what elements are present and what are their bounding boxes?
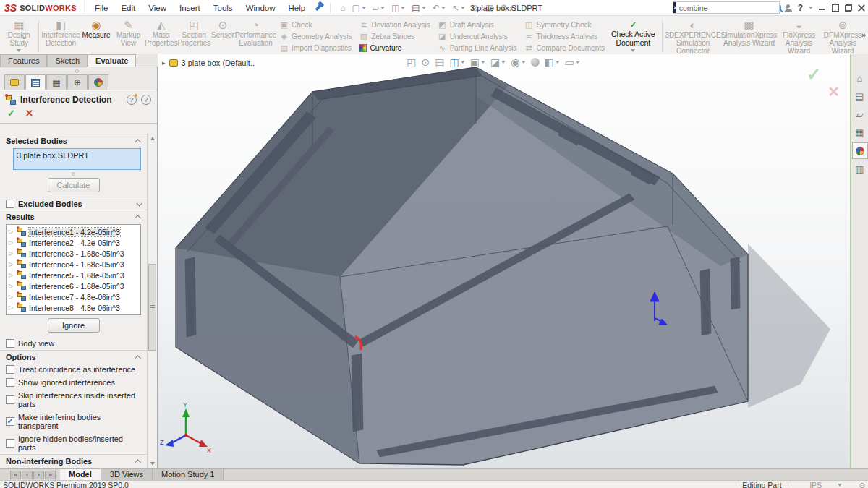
menu-window[interactable]: Window xyxy=(240,0,281,16)
expand-arrow-icon[interactable]: ▷ xyxy=(9,250,14,257)
ribbon-overflow-button[interactable]: » xyxy=(861,30,866,39)
view-orientation-button[interactable]: ▣ xyxy=(470,56,485,68)
custom-properties-button[interactable]: ▥ xyxy=(852,160,868,177)
units-selector[interactable]: IPS xyxy=(794,481,838,488)
apply-scene-button[interactable]: ◧ xyxy=(544,56,559,68)
expand-chevron-icon[interactable] xyxy=(136,200,142,206)
appearances-scenes-button[interactable] xyxy=(852,142,868,159)
tab-features[interactable]: Features xyxy=(0,54,47,67)
section-properties-button[interactable]: ◰ SectionProperties xyxy=(177,17,210,54)
option-row[interactable]: Show ignored interferences xyxy=(0,376,147,389)
result-row[interactable]: ▷Interference1 - 4.2e-05in^3 xyxy=(7,226,140,237)
dropdown-caret-icon[interactable] xyxy=(556,61,560,64)
dropdown-caret-icon[interactable] xyxy=(521,61,525,64)
previous-tab-button[interactable]: ‹ xyxy=(22,471,33,479)
body-view-checkbox[interactable] xyxy=(6,339,14,348)
tree-expand-icon[interactable]: ▸ xyxy=(162,59,166,67)
options-header[interactable]: Options xyxy=(0,350,147,363)
tab-evaluate[interactable]: Evaluate xyxy=(88,54,136,67)
ignore-hidden-checkbox[interactable] xyxy=(6,439,14,448)
design-library-button[interactable]: ▤ xyxy=(852,88,868,105)
list-resize-handle[interactable] xyxy=(72,172,75,176)
next-tab-button[interactable]: › xyxy=(33,471,44,479)
help-button[interactable]: ? xyxy=(798,3,803,13)
expand-arrow-icon[interactable]: ▷ xyxy=(9,272,14,278)
markup-view-button[interactable]: ✎ MarkupView xyxy=(112,17,145,54)
sensor-button[interactable]: ⊙ Sensor xyxy=(210,17,235,54)
result-row[interactable]: ▷Interference3 - 1.68e-05in^3 xyxy=(7,248,140,259)
expand-arrow-icon[interactable]: ▷ xyxy=(9,283,14,289)
panel-scrollbar[interactable] xyxy=(147,134,157,468)
search-icon[interactable] xyxy=(780,5,781,11)
last-tab-button[interactable]: » xyxy=(45,471,56,479)
home-button[interactable]: ⌂ xyxy=(338,3,347,13)
result-row[interactable]: ▷Interference2 - 4.2e-05in^3 xyxy=(7,237,140,248)
confirm-accept-button[interactable]: ✓ xyxy=(807,64,821,85)
symmetry-check-button[interactable]: ◫Symmetry Check xyxy=(524,20,604,30)
dropdown-caret-icon[interactable] xyxy=(461,61,465,64)
simulationxpress-button[interactable]: ▩ SimulationXpressAnalysis Wizard xyxy=(721,17,778,54)
accept-button[interactable]: ✓ xyxy=(7,108,15,119)
excluded-bodies-checkbox[interactable] xyxy=(6,200,14,208)
menu-edit[interactable]: Edit xyxy=(115,0,141,16)
scrollbar-thumb[interactable] xyxy=(148,264,156,351)
compare-documents-button[interactable]: ⇄Compare Documents xyxy=(524,43,604,53)
menu-help[interactable]: Help xyxy=(283,0,312,16)
minimize-button[interactable] xyxy=(819,4,826,12)
curvature-button[interactable]: Curvature xyxy=(359,43,430,53)
option-row[interactable]: ✓Make interfering bodies transparent xyxy=(0,411,147,432)
zoom-to-area-button[interactable]: ⊙ xyxy=(422,56,430,68)
dfmxpress-button[interactable]: ⊚ DFMXpressAnalysis Wizard xyxy=(820,17,865,54)
expand-arrow-icon[interactable]: ▷ xyxy=(9,228,14,235)
first-tab-button[interactable]: « xyxy=(10,471,21,479)
draft-analysis-button[interactable]: ◩Draft Analysis xyxy=(438,20,517,30)
menu-file[interactable]: File xyxy=(89,0,114,16)
show-ignored-checkbox[interactable] xyxy=(6,378,14,387)
result-row[interactable]: ▷Interference8 - 4.8e-06in^3 xyxy=(7,302,140,313)
collapse-chevron-icon[interactable] xyxy=(135,215,140,221)
flyout-feature-tree[interactable]: ▸ 3 plate box (Default.. xyxy=(162,59,255,67)
body-view-option[interactable]: Body view xyxy=(0,337,147,350)
dropdown-caret-icon[interactable] xyxy=(501,61,506,64)
file-explorer-button[interactable]: ▱ xyxy=(852,106,868,123)
tab-featuremanager[interactable] xyxy=(4,74,25,90)
result-row[interactable]: ▷Interference7 - 4.8e-06in^3 xyxy=(7,291,140,302)
performance-evaluation-button[interactable]: ◔ PerformanceEvaluation xyxy=(235,17,276,54)
view-settings-button[interactable]: ▭ xyxy=(565,56,580,68)
skip-inserted-checkbox[interactable] xyxy=(6,395,14,404)
units-caret-icon[interactable] xyxy=(838,484,842,487)
restore-button[interactable] xyxy=(845,4,852,12)
hide-show-items-button[interactable]: ◉ xyxy=(511,56,525,68)
dropdown-caret-icon[interactable] xyxy=(481,61,485,64)
solidworks-resources-button[interactable]: ⌂ xyxy=(852,70,868,87)
tag-icon[interactable]: ⊙ xyxy=(859,481,865,488)
panel-resize-handle[interactable] xyxy=(75,69,79,73)
import-diagnostics-button[interactable]: ▤Import Diagnostics xyxy=(279,43,352,53)
collapse-chevron-icon[interactable] xyxy=(135,139,140,145)
user-account-icon[interactable] xyxy=(785,4,792,12)
tab-model[interactable]: Model xyxy=(60,469,101,480)
thickness-analysis-button[interactable]: ≍Thickness Analysis xyxy=(524,31,604,42)
section-view-button[interactable]: ◫ xyxy=(450,56,465,68)
ignore-button[interactable]: Ignore xyxy=(48,318,100,333)
interference-detection-button[interactable]: ◧ InterferenceDetection xyxy=(41,17,80,54)
help-icon[interactable]: ? xyxy=(141,95,151,105)
check-button[interactable]: ▣Check xyxy=(279,20,352,30)
undercut-analysis-button[interactable]: ◪Undercut Analysis xyxy=(438,31,517,42)
collapse-chevron-icon[interactable] xyxy=(135,459,140,465)
check-active-caret-icon[interactable] xyxy=(631,49,635,52)
dropdown-caret-icon[interactable] xyxy=(362,7,366,9)
view-palette-button[interactable]: ▦ xyxy=(852,124,868,141)
menu-insert[interactable]: Insert xyxy=(174,0,206,16)
model-3d[interactable]: Y X Z xyxy=(158,54,850,468)
expand-arrow-icon[interactable]: ▷ xyxy=(9,239,14,246)
mass-properties-button[interactable]: ◭ MassProperties xyxy=(145,17,178,54)
expand-arrow-icon[interactable]: ▷ xyxy=(9,261,14,267)
deviation-analysis-button[interactable]: ≋Deviation Analysis xyxy=(359,20,430,30)
option-row[interactable]: Skip interferences inside inserted parts xyxy=(0,389,147,411)
close-button[interactable] xyxy=(858,4,865,12)
measure-button[interactable]: ◉ Measure xyxy=(80,17,113,54)
check-active-document-button[interactable]: ✓ Check Active Document xyxy=(608,17,659,54)
search-input[interactable] xyxy=(676,4,780,12)
maximize-button[interactable] xyxy=(832,4,839,12)
